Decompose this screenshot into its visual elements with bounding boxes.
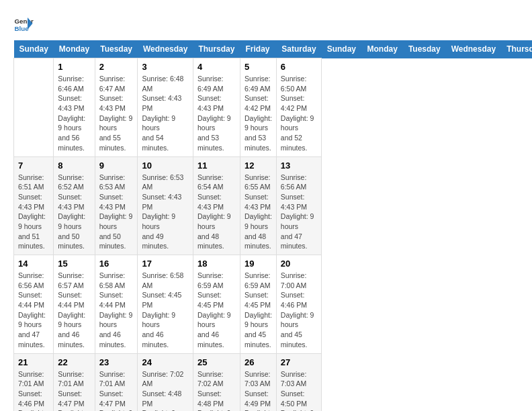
- day-number: 1: [58, 62, 90, 72]
- calendar-week-row: 21Sunrise: 7:01 AM Sunset: 4:46 PM Dayli…: [14, 353, 533, 411]
- calendar-day-cell: 26Sunrise: 7:03 AM Sunset: 4:49 PM Dayli…: [240, 353, 276, 411]
- calendar-day-cell: 13Sunrise: 6:56 AM Sunset: 4:43 PM Dayli…: [276, 156, 321, 255]
- logo-icon: General Blue: [13, 13, 34, 34]
- calendar-table: SundayMondayTuesdayWednesdayThursdayFrid…: [13, 40, 532, 411]
- calendar-day-cell: 6Sunrise: 6:50 AM Sunset: 4:42 PM Daylig…: [276, 58, 321, 157]
- calendar-day-cell: 19Sunrise: 6:59 AM Sunset: 4:45 PM Dayli…: [240, 255, 276, 354]
- calendar-day-cell: 17Sunrise: 6:58 AM Sunset: 4:45 PM Dayli…: [138, 255, 193, 354]
- day-number: 21: [18, 357, 49, 367]
- calendar-week-row: 1Sunrise: 6:46 AM Sunset: 4:43 PM Daylig…: [14, 58, 533, 157]
- day-info: Sunrise: 7:03 AM Sunset: 4:49 PM Dayligh…: [245, 369, 272, 412]
- day-number: 8: [58, 161, 90, 171]
- day-of-week-header: Thursday: [193, 40, 240, 58]
- day-number: 2: [99, 62, 134, 72]
- day-number: 7: [18, 161, 49, 171]
- calendar-day-cell: 18Sunrise: 6:59 AM Sunset: 4:45 PM Dayli…: [193, 255, 240, 354]
- day-info: Sunrise: 6:49 AM Sunset: 4:42 PM Dayligh…: [245, 74, 272, 153]
- day-number: 11: [197, 161, 236, 171]
- day-number: 24: [142, 357, 188, 367]
- day-number: 25: [197, 357, 236, 367]
- day-number: 19: [245, 259, 272, 269]
- calendar-day-cell: 10Sunrise: 6:53 AM Sunset: 4:43 PM Dayli…: [138, 156, 193, 255]
- day-of-week-header: Sunday: [322, 40, 362, 58]
- calendar-day-cell: 1Sunrise: 6:46 AM Sunset: 4:43 PM Daylig…: [54, 58, 95, 157]
- day-number: 26: [245, 357, 272, 367]
- day-info: Sunrise: 6:46 AM Sunset: 4:43 PM Dayligh…: [58, 74, 90, 153]
- day-number: 17: [142, 259, 188, 269]
- calendar-day-cell: 24Sunrise: 7:02 AM Sunset: 4:48 PM Dayli…: [138, 353, 193, 411]
- day-of-week-header: Sunday: [14, 40, 54, 58]
- day-of-week-header: Thursday: [501, 40, 532, 58]
- calendar-day-cell: 14Sunrise: 6:56 AM Sunset: 4:44 PM Dayli…: [14, 255, 54, 354]
- day-number: 13: [281, 161, 317, 171]
- day-number: 20: [281, 259, 317, 269]
- day-number: 16: [99, 259, 134, 269]
- calendar-day-cell: 25Sunrise: 7:02 AM Sunset: 4:48 PM Dayli…: [193, 353, 240, 411]
- calendar-day-cell: 23Sunrise: 7:01 AM Sunset: 4:47 PM Dayli…: [95, 353, 138, 411]
- day-info: Sunrise: 6:52 AM Sunset: 4:43 PM Dayligh…: [58, 173, 90, 252]
- day-info: Sunrise: 7:01 AM Sunset: 4:47 PM Dayligh…: [99, 369, 134, 412]
- day-of-week-header: Wednesday: [446, 40, 501, 58]
- day-info: Sunrise: 6:59 AM Sunset: 4:45 PM Dayligh…: [197, 271, 236, 350]
- day-of-week-header: Saturday: [276, 40, 321, 58]
- day-number: 22: [58, 357, 90, 367]
- day-number: 3: [142, 62, 188, 72]
- calendar-day-cell: 5Sunrise: 6:49 AM Sunset: 4:42 PM Daylig…: [240, 58, 276, 157]
- page-header: General Blue: [13, 13, 519, 34]
- calendar-day-cell: 15Sunrise: 6:57 AM Sunset: 4:44 PM Dayli…: [54, 255, 95, 354]
- day-info: Sunrise: 6:53 AM Sunset: 4:43 PM Dayligh…: [142, 173, 188, 252]
- day-info: Sunrise: 6:56 AM Sunset: 4:43 PM Dayligh…: [281, 173, 317, 252]
- logo: General Blue: [13, 13, 34, 34]
- day-number: 23: [99, 357, 134, 367]
- day-info: Sunrise: 7:02 AM Sunset: 4:48 PM Dayligh…: [197, 369, 236, 412]
- day-info: Sunrise: 6:55 AM Sunset: 4:43 PM Dayligh…: [245, 173, 272, 252]
- calendar-day-cell: 4Sunrise: 6:49 AM Sunset: 4:43 PM Daylig…: [193, 58, 240, 157]
- calendar-day-cell: 16Sunrise: 6:58 AM Sunset: 4:44 PM Dayli…: [95, 255, 138, 354]
- calendar-day-cell: 3Sunrise: 6:48 AM Sunset: 4:43 PM Daylig…: [138, 58, 193, 157]
- day-info: Sunrise: 7:01 AM Sunset: 4:46 PM Dayligh…: [18, 369, 49, 412]
- calendar-day-cell: 27Sunrise: 7:03 AM Sunset: 4:50 PM Dayli…: [276, 353, 321, 411]
- day-info: Sunrise: 6:48 AM Sunset: 4:43 PM Dayligh…: [142, 74, 188, 153]
- day-of-week-header: Monday: [54, 40, 95, 58]
- day-info: Sunrise: 6:49 AM Sunset: 4:43 PM Dayligh…: [197, 74, 236, 153]
- day-info: Sunrise: 6:57 AM Sunset: 4:44 PM Dayligh…: [58, 271, 90, 350]
- day-of-week-header: Friday: [240, 40, 276, 58]
- calendar-day-cell: 2Sunrise: 6:47 AM Sunset: 4:43 PM Daylig…: [95, 58, 138, 157]
- calendar-day-cell: 11Sunrise: 6:54 AM Sunset: 4:43 PM Dayli…: [193, 156, 240, 255]
- day-of-week-header: Tuesday: [403, 40, 446, 58]
- day-info: Sunrise: 6:58 AM Sunset: 4:44 PM Dayligh…: [99, 271, 134, 350]
- day-number: 14: [18, 259, 49, 269]
- calendar-header-row: SundayMondayTuesdayWednesdayThursdayFrid…: [14, 40, 533, 58]
- calendar-week-row: 7Sunrise: 6:51 AM Sunset: 4:43 PM Daylig…: [14, 156, 533, 255]
- day-of-week-header: Monday: [362, 40, 403, 58]
- day-of-week-header: Tuesday: [95, 40, 138, 58]
- calendar-day-cell: 7Sunrise: 6:51 AM Sunset: 4:43 PM Daylig…: [14, 156, 54, 255]
- day-info: Sunrise: 7:00 AM Sunset: 4:46 PM Dayligh…: [281, 271, 317, 350]
- day-info: Sunrise: 6:50 AM Sunset: 4:42 PM Dayligh…: [281, 74, 317, 153]
- day-number: 15: [58, 259, 90, 269]
- day-info: Sunrise: 6:54 AM Sunset: 4:43 PM Dayligh…: [197, 173, 236, 252]
- calendar-day-cell: 20Sunrise: 7:00 AM Sunset: 4:46 PM Dayli…: [276, 255, 321, 354]
- calendar-day-cell: 12Sunrise: 6:55 AM Sunset: 4:43 PM Dayli…: [240, 156, 276, 255]
- day-number: 5: [245, 62, 272, 72]
- day-info: Sunrise: 6:58 AM Sunset: 4:45 PM Dayligh…: [142, 271, 188, 350]
- day-number: 4: [197, 62, 236, 72]
- calendar-day-cell: 9Sunrise: 6:53 AM Sunset: 4:43 PM Daylig…: [95, 156, 138, 255]
- day-info: Sunrise: 6:59 AM Sunset: 4:45 PM Dayligh…: [245, 271, 272, 350]
- day-info: Sunrise: 6:51 AM Sunset: 4:43 PM Dayligh…: [18, 173, 49, 252]
- day-number: 6: [281, 62, 317, 72]
- day-info: Sunrise: 6:47 AM Sunset: 4:43 PM Dayligh…: [99, 74, 134, 153]
- calendar-week-row: 14Sunrise: 6:56 AM Sunset: 4:44 PM Dayli…: [14, 255, 533, 354]
- calendar-day-cell: 22Sunrise: 7:01 AM Sunset: 4:47 PM Dayli…: [54, 353, 95, 411]
- day-number: 9: [99, 161, 134, 171]
- svg-text:Blue: Blue: [15, 25, 30, 32]
- calendar-day-cell: [14, 58, 54, 157]
- calendar-day-cell: 21Sunrise: 7:01 AM Sunset: 4:46 PM Dayli…: [14, 353, 54, 411]
- day-number: 18: [197, 259, 236, 269]
- day-number: 10: [142, 161, 188, 171]
- day-info: Sunrise: 7:02 AM Sunset: 4:48 PM Dayligh…: [142, 369, 188, 412]
- day-number: 27: [281, 357, 317, 367]
- day-info: Sunrise: 7:03 AM Sunset: 4:50 PM Dayligh…: [281, 369, 317, 412]
- day-info: Sunrise: 6:56 AM Sunset: 4:44 PM Dayligh…: [18, 271, 49, 350]
- day-number: 12: [245, 161, 272, 171]
